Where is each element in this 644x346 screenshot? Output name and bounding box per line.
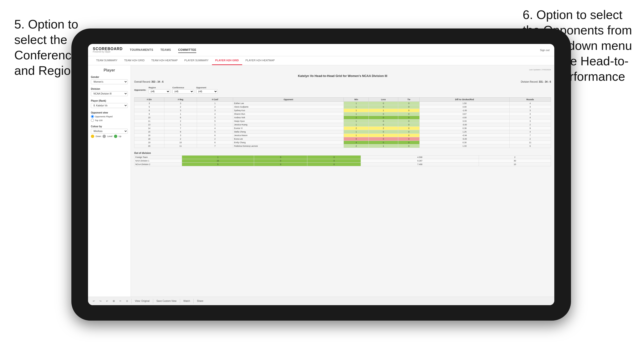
ood-table-row: NAIA Division 1 15 0 0 9.267 30 — [134, 159, 551, 163]
sub-nav-player-h2h-heatmap[interactable]: PLAYER H2H HEATMAP — [242, 56, 278, 65]
toolbar-save-custom-view[interactable]: Save Custom View — [155, 299, 178, 303]
filter-conference-group: Conference (All) — [172, 86, 194, 94]
sub-nav-player-h2h-grid[interactable]: PLAYER H2H GRID — [212, 56, 242, 65]
nav-committee[interactable]: COMMITTEE — [178, 47, 196, 53]
toolbar-view-original[interactable]: View: Original — [134, 299, 151, 303]
td-win: 1 — [344, 130, 369, 134]
tablet-frame: SCOREBOARD Powered by clippd TOURNAMENTS… — [71, 28, 571, 321]
sub-nav-team-h2h-grid[interactable]: TEAM H2H GRID — [121, 56, 148, 65]
ood-rounds: 10 — [479, 163, 551, 166]
toolbar-undo2[interactable]: ↪ — [98, 299, 103, 303]
ood-win: 15 — [182, 159, 254, 163]
td-reg: 3 — [164, 102, 197, 105]
filter-region-select[interactable]: (All) — [149, 89, 170, 94]
td-opponent: Stella Cheng — [233, 130, 344, 134]
sidebar-radio-opponents-played-input[interactable] — [91, 115, 94, 118]
sidebar-division-select[interactable]: NCAA Division III — [91, 91, 128, 96]
td-reg: 11 — [164, 144, 197, 148]
th-div: # Div — [134, 98, 164, 102]
out-of-division-table: Foreign Team 1 0 0 4.500 2 NAIA Division… — [134, 155, 551, 166]
td-tie: 0 — [398, 123, 420, 127]
table-row: 14 7 4 Eunice Yi 2 2 0 0.38 9 — [134, 127, 551, 130]
out-of-division: Out of division Foreign Team 1 0 0 4.500… — [134, 152, 551, 166]
toolbar-undo[interactable]: ↩ — [91, 299, 96, 303]
td-reg: 2 — [164, 137, 197, 141]
table-row: 9 1 4 Sharon Mun 1 0 0 3.67 3 — [134, 112, 551, 116]
td-div: 13 — [134, 123, 164, 127]
ood-loss: 0 — [254, 159, 307, 163]
sidebar-gender-section: Gender Women's — [91, 76, 128, 84]
td-rounds: 3 — [509, 119, 551, 123]
td-loss: 1 — [369, 109, 398, 112]
sidebar-gender-select[interactable]: Women's — [91, 79, 128, 84]
td-tie: 0 — [398, 116, 420, 119]
ood-label: NCAA Division 2 — [134, 163, 182, 166]
ood-win: 1 — [182, 156, 254, 159]
td-div: 10 — [134, 116, 164, 119]
td-opponent: Esther Lee — [233, 102, 344, 105]
nav-tournaments[interactable]: TOURNAMENTS — [130, 47, 154, 53]
td-win: 1 — [344, 102, 369, 105]
nav-teams[interactable]: TEAMS — [160, 47, 171, 53]
sidebar-radio-top100-input[interactable] — [91, 119, 94, 122]
circle-gray — [102, 135, 106, 138]
sidebar-radio-opponents-played[interactable]: Opponents Played — [91, 115, 128, 118]
td-rounds: 11 — [509, 141, 551, 144]
toolbar-share[interactable]: Share — [196, 299, 205, 303]
td-conf: 1 — [197, 102, 233, 105]
toolbar-sep2 — [153, 299, 153, 304]
sidebar-player-rank-select[interactable]: 8. Katelyn Vo — [91, 103, 128, 108]
app-nav: SCOREBOARD Powered by clippd TOURNAMENTS… — [88, 44, 554, 56]
td-tie: 0 — [398, 105, 420, 109]
td-win: 1 — [344, 112, 369, 116]
sidebar-player-section: Player — [91, 68, 128, 72]
td-tie: 0 — [398, 144, 420, 148]
table-row: 13 1 1 Jessica Huang 1 0 0 -3.00 2 — [134, 123, 551, 127]
td-diff: 3.33 — [420, 119, 510, 123]
nav-sign-out[interactable]: Sign out — [540, 49, 550, 51]
main-content: Player Gender Women's Division NCAA Divi… — [88, 65, 554, 297]
td-diff: 0.30 — [420, 141, 510, 144]
sub-nav-team-h2h-heatmap[interactable]: TEAM H2H HEATMAP — [148, 56, 181, 65]
filter-conference-select[interactable]: (All) — [172, 89, 194, 94]
division-record: Division Record: 331 - 34 - 6 — [521, 80, 551, 83]
ood-table-row: NCAA Division 2 5 0 0 7.400 10 — [134, 163, 551, 166]
colour-circles: Down Level Up — [91, 135, 128, 138]
toolbar-watch[interactable]: Watch — [182, 299, 192, 303]
td-rounds: 3 — [509, 109, 551, 112]
td-win: 1 — [344, 123, 369, 127]
toolbar-undo3[interactable]: ↩ — [105, 299, 110, 303]
td-tie: 0 — [398, 119, 420, 123]
division-record-label: Division Record: — [521, 80, 538, 83]
td-loss: 0 — [369, 137, 398, 141]
td-opponent: Heejo Hyun — [233, 119, 344, 123]
td-loss: 0 — [369, 105, 398, 109]
overall-record-label: Overall Record: — [134, 80, 150, 83]
td-win: 1 — [344, 109, 369, 112]
sub-nav-team-summary[interactable]: TEAM SUMMARY — [93, 56, 121, 65]
ood-label: NAIA Division 1 — [134, 159, 182, 163]
td-rounds: 4 — [509, 102, 551, 105]
toolbar-sep4 — [194, 299, 194, 304]
table-row: 18 2 2 Euna Lee 0 0 0 -5.00 2 — [134, 137, 551, 141]
ood-win: 5 — [182, 163, 254, 166]
td-reg: 2 — [164, 105, 197, 109]
td-tie: 0 — [398, 141, 420, 144]
sub-nav: TEAM SUMMARY TEAM H2H GRID TEAM H2H HEAT… — [88, 56, 554, 65]
sidebar-colour-by-select[interactable]: Win/loss — [91, 129, 128, 134]
toolbar-icon2[interactable]: ✂ — [118, 299, 123, 303]
ood-label: Foreign Team — [134, 156, 182, 159]
out-of-division-title: Out of division — [134, 152, 551, 154]
toolbar-icon1[interactable]: ⊞ — [111, 299, 116, 303]
filter-opponent-select[interactable]: (All) — [196, 89, 218, 94]
toolbar-icon3[interactable]: ⊙ — [125, 299, 130, 303]
td-div: 20 — [134, 144, 164, 148]
td-rounds: 2 — [509, 123, 551, 127]
circle-green — [114, 135, 117, 138]
circle-yellow — [91, 135, 94, 138]
td-loss: 0 — [369, 130, 398, 134]
sidebar-radio-top100[interactable]: Top 100 — [91, 119, 128, 122]
td-reg: 8 — [164, 130, 197, 134]
td-rounds: 9 — [509, 127, 551, 130]
sub-nav-player-summary[interactable]: PLAYER SUMMARY — [181, 56, 212, 65]
